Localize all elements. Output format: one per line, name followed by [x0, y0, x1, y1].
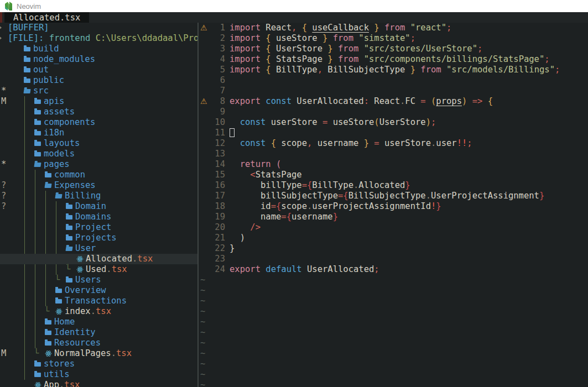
code-line[interactable]: ⚠8export const UserAllocated: React.FC =… — [199, 96, 588, 107]
line-text: import { useStore } from "simstate"; — [230, 33, 415, 44]
sign-cell — [199, 86, 213, 96]
tree-item-utils[interactable]: utils — [0, 369, 197, 380]
code-line[interactable]: ⚠1import React, { useCallback } from "re… — [199, 23, 588, 33]
tree-item-common[interactable]: common — [0, 170, 197, 180]
tree-item-assets[interactable]: assets — [0, 107, 197, 117]
code-line[interactable]: 24export default UserAllocated; — [199, 264, 588, 275]
git-status-marker: * — [1, 86, 6, 96]
tree-item-public[interactable]: public — [0, 75, 197, 86]
tree-file-header[interactable]: [FILE]: frontend C:\Users\ddadaal\Proje — [0, 33, 197, 44]
react-file-icon — [45, 348, 53, 359]
tilde-cell: ~ — [199, 275, 213, 285]
sign-cell — [199, 170, 213, 180]
code-line[interactable]: 3import { UserStore } from "src/stores/U… — [199, 44, 588, 54]
code-line[interactable]: 22} — [199, 243, 588, 254]
code-line[interactable]: 10 const userStore = useStore(UserStore)… — [199, 117, 588, 128]
code-line[interactable]: 12 const { scope, username } = userStore… — [199, 138, 588, 149]
tree-item-components[interactable]: components — [0, 117, 197, 128]
git-status-marker: ? — [1, 191, 6, 201]
tree-item-home[interactable]: Home — [0, 317, 197, 327]
tree-item-identity[interactable]: Identity — [0, 327, 197, 338]
tree-item-node_modules[interactable]: node_modules — [0, 54, 197, 65]
line-number: 19 — [213, 212, 225, 222]
sign-cell — [199, 264, 213, 275]
tilde-cell: ~ — [199, 296, 213, 306]
code-line[interactable]: 7 — [199, 86, 588, 96]
code-line[interactable]: 16 billType={BillType.Allocated} — [199, 180, 588, 191]
tree-item-build[interactable]: build — [0, 44, 197, 54]
code-line[interactable]: 4import { StatsPage } from "src/componen… — [199, 54, 588, 65]
code-line[interactable]: 20 /> — [199, 222, 588, 233]
tree-item-domains[interactable]: Domains — [0, 212, 197, 222]
tree-item-label: App.tsx — [44, 380, 80, 387]
folder-icon — [66, 212, 74, 222]
code-line[interactable]: 19 name={username} — [199, 212, 588, 222]
tree-item-apis[interactable]: Mapis — [0, 96, 197, 107]
tree-item-stores[interactable]: stores — [0, 359, 197, 369]
sign-cell — [199, 107, 213, 117]
folder-open-icon — [55, 191, 63, 201]
folder-icon — [34, 359, 42, 369]
tree-item-normalpages[interactable]: M└NormalPages.tsx — [0, 348, 197, 359]
code-line[interactable]: 23 — [199, 254, 588, 264]
tree-item-users[interactable]: └Users — [0, 275, 197, 285]
fold-chevron-icon — [0, 36, 2, 40]
tab-allocated-tsx[interactable]: Allocated.tsx — [4, 12, 89, 23]
code-line[interactable]: 13 — [199, 149, 588, 159]
code-line[interactable]: 6 — [199, 75, 588, 86]
code-line[interactable]: 14 return ( — [199, 159, 588, 170]
code-line[interactable]: 15 <StatsPage — [199, 170, 588, 180]
tree-item-billing[interactable]: ?Billing — [0, 191, 197, 201]
tree-item-overview[interactable]: Overview — [0, 285, 197, 296]
titlebar[interactable]: Neovim — [0, 0, 588, 12]
tree-item-index[interactable]: └index.tsx — [0, 306, 197, 317]
main-split: [BUFFER][FILE]: frontend C:\Users\ddadaa… — [0, 23, 588, 387]
code-line[interactable]: 5import { BillType, BillSubjectType } fr… — [199, 65, 588, 75]
code-line[interactable]: 18 id={scope.userProjectAssignmentId!} — [199, 201, 588, 212]
tree-item-resources[interactable]: Resources — [0, 338, 197, 348]
tree-item-label: models — [44, 149, 75, 159]
tree-item-transactions[interactable]: Transactions — [0, 296, 197, 306]
tree-buffer-header[interactable]: [BUFFER] — [0, 23, 197, 33]
line-number: 10 — [213, 117, 225, 128]
line-number: 4 — [213, 54, 225, 65]
tree-item-allocated[interactable]: Allocated.tsx — [0, 254, 197, 264]
tree-item-domain[interactable]: ?Domain — [0, 201, 197, 212]
code-line[interactable]: 11 — [199, 128, 588, 138]
code-line[interactable]: 9 — [199, 107, 588, 117]
tree-item-label: Users — [75, 275, 101, 285]
tree-corner-glyph: └ — [55, 275, 60, 285]
tree-item-i18n[interactable]: i18n — [0, 128, 197, 138]
folder-icon — [66, 275, 74, 285]
tree-item-src[interactable]: *src — [0, 86, 197, 96]
tree-item-label: src — [33, 86, 49, 96]
tree-item-label: Transactions — [65, 296, 127, 306]
sign-cell — [199, 75, 213, 86]
tree-item-models[interactable]: models — [0, 149, 197, 159]
tilde-cell: ~ — [199, 348, 213, 359]
tilde-cell: ~ — [199, 317, 213, 327]
tree-item-user[interactable]: User — [0, 243, 197, 254]
tree-item-used[interactable]: └Used.tsx — [0, 264, 197, 275]
tree-item-expenses[interactable]: ?Expenses — [0, 180, 197, 191]
empty-line: ~ — [199, 317, 588, 327]
code-editor[interactable]: ⚠1import React, { useCallback } from "re… — [199, 23, 588, 387]
line-number: 11 — [213, 128, 225, 138]
tabline-edge-strip — [0, 12, 2, 23]
folder-icon — [34, 138, 42, 149]
tree-item-out[interactable]: out — [0, 65, 197, 75]
code-line[interactable]: 17 billSubjectType={BillSubjectType.User… — [199, 191, 588, 201]
code-line[interactable]: 2import { useStore } from "simstate"; — [199, 33, 588, 44]
tree-item-projects[interactable]: Projects — [0, 233, 197, 243]
sign-cell — [199, 44, 213, 54]
code-line[interactable]: 21 ) — [199, 233, 588, 243]
tree-item-layouts[interactable]: layouts — [0, 138, 197, 149]
empty-line: ~ — [199, 327, 588, 338]
line-number: 3 — [213, 44, 225, 54]
tree-item-label: apis — [44, 96, 64, 107]
line-number: 1 — [213, 23, 225, 33]
tree-item-app[interactable]: App.tsx — [0, 380, 197, 387]
tree-item-pages[interactable]: *pages — [0, 159, 197, 170]
tree-item-label: User — [75, 243, 96, 254]
tree-item-project[interactable]: Project — [0, 222, 197, 233]
